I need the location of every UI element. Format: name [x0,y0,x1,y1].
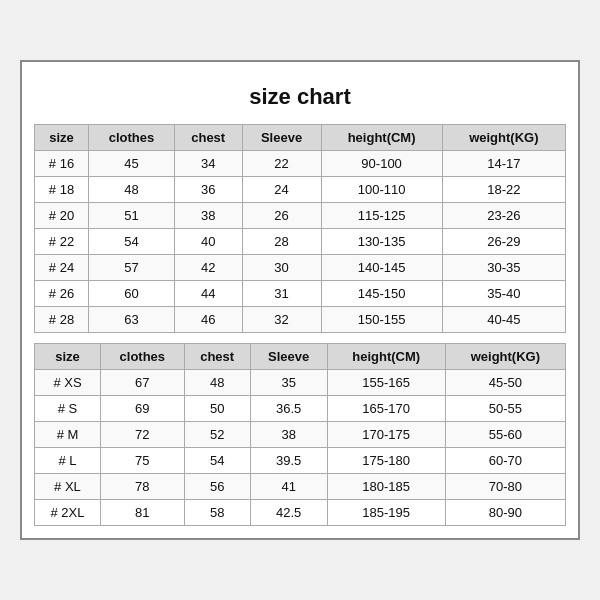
table-cell: 56 [184,474,250,500]
table-row: # XL785641180-18570-80 [35,474,566,500]
table-row: # M725238170-17555-60 [35,422,566,448]
table-cell: 180-185 [327,474,445,500]
table1-header-cell: size [35,125,89,151]
table-cell: 36 [174,177,242,203]
table-cell: 39.5 [250,448,327,474]
table-cell: 36.5 [250,396,327,422]
table-cell: 46 [174,307,242,333]
table-cell: # S [35,396,101,422]
table-cell: 31 [242,281,321,307]
table-cell: 63 [89,307,175,333]
table-cell: 80-90 [445,500,565,526]
table-cell: 24 [242,177,321,203]
table2-header-cell: Sleeve [250,344,327,370]
table-row: # 24574230140-14530-35 [35,255,566,281]
table-cell: 52 [184,422,250,448]
table2-header-cell: chest [184,344,250,370]
table1-header-cell: height(CM) [321,125,442,151]
table-cell: 75 [100,448,184,474]
table-cell: 60-70 [445,448,565,474]
table2-header-cell: size [35,344,101,370]
table-row: # XS674835155-16545-50 [35,370,566,396]
table-cell: 40-45 [442,307,565,333]
table-row: # L755439.5175-18060-70 [35,448,566,474]
table-cell: 18-22 [442,177,565,203]
table-cell: 41 [250,474,327,500]
table-cell: 100-110 [321,177,442,203]
table-cell: 26 [242,203,321,229]
table-cell: 150-155 [321,307,442,333]
table1-header-row: sizeclotheschestSleeveheight(CM)weight(K… [35,125,566,151]
table-cell: 32 [242,307,321,333]
table-cell: 30 [242,255,321,281]
table2-header-row: sizeclotheschestSleeveheight(CM)weight(K… [35,344,566,370]
table-cell: 140-145 [321,255,442,281]
table-cell: 54 [184,448,250,474]
table-cell: 26-29 [442,229,565,255]
table-cell: 34 [174,151,242,177]
table-cell: 48 [184,370,250,396]
table-cell: 45 [89,151,175,177]
table-row: # 1645342290-10014-17 [35,151,566,177]
table-cell: 40 [174,229,242,255]
table-cell: 70-80 [445,474,565,500]
table-cell: 38 [174,203,242,229]
table-cell: 50 [184,396,250,422]
table-cell: 60 [89,281,175,307]
table-cell: 69 [100,396,184,422]
table-cell: 14-17 [442,151,565,177]
table-cell: # 28 [35,307,89,333]
table1-header-cell: clothes [89,125,175,151]
table-cell: # 24 [35,255,89,281]
table-row: # 20513826115-12523-26 [35,203,566,229]
table-cell: # M [35,422,101,448]
table1-header-cell: chest [174,125,242,151]
table-cell: 22 [242,151,321,177]
table-cell: 42 [174,255,242,281]
table-cell: 35 [250,370,327,396]
table-cell: # XL [35,474,101,500]
table-cell: 30-35 [442,255,565,281]
table-cell: 145-150 [321,281,442,307]
table-cell: 44 [174,281,242,307]
table2-header-cell: weight(KG) [445,344,565,370]
table-cell: 23-26 [442,203,565,229]
table-cell: 67 [100,370,184,396]
table-cell: 50-55 [445,396,565,422]
table-cell: 81 [100,500,184,526]
table-cell: 38 [250,422,327,448]
table-cell: # 20 [35,203,89,229]
table-cell: 170-175 [327,422,445,448]
table1-header-cell: Sleeve [242,125,321,151]
table-row: # 18483624100-11018-22 [35,177,566,203]
table-row: # 22544028130-13526-29 [35,229,566,255]
table-row: # 26604431145-15035-40 [35,281,566,307]
table-cell: 48 [89,177,175,203]
table-cell: 78 [100,474,184,500]
table-cell: 42.5 [250,500,327,526]
table-cell: # 26 [35,281,89,307]
table-cell: # 2XL [35,500,101,526]
table-cell: 57 [89,255,175,281]
table-cell: 72 [100,422,184,448]
table-cell: 175-180 [327,448,445,474]
table-cell: 51 [89,203,175,229]
table1-header-cell: weight(KG) [442,125,565,151]
table2-header-cell: clothes [100,344,184,370]
table2-header-cell: height(CM) [327,344,445,370]
table-cell: 90-100 [321,151,442,177]
table-cell: 130-135 [321,229,442,255]
table-cell: 35-40 [442,281,565,307]
table-row: # 2XL815842.5185-19580-90 [35,500,566,526]
table-cell: # 22 [35,229,89,255]
size-chart-container: size chart sizeclotheschestSleeveheight(… [20,60,580,540]
table-cell: 185-195 [327,500,445,526]
table-row: # S695036.5165-17050-55 [35,396,566,422]
table-cell: 28 [242,229,321,255]
table-cell: 165-170 [327,396,445,422]
table-cell: 55-60 [445,422,565,448]
table-cell: 155-165 [327,370,445,396]
table-cell: 115-125 [321,203,442,229]
table-cell: # L [35,448,101,474]
chart-title: size chart [34,74,566,124]
